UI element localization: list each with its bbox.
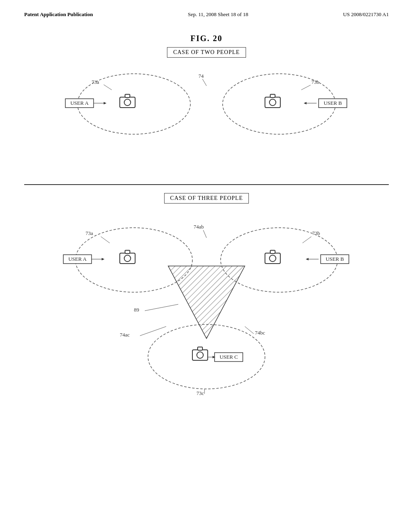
svg-line-54 — [302, 237, 311, 243]
header: Patent Application Publication Sep. 11, … — [0, 0, 413, 22]
svg-rect-33 — [270, 250, 275, 254]
svg-point-35 — [197, 352, 203, 358]
svg-point-32 — [269, 255, 276, 262]
svg-text:73b: 73b — [312, 230, 320, 236]
svg-rect-7 — [270, 94, 275, 98]
section-divider — [24, 184, 389, 185]
svg-point-3 — [124, 99, 131, 106]
case-two-people-label: CASE OF TWO PEOPLE — [167, 47, 246, 58]
page: Patent Application Publication Sep. 11, … — [0, 0, 413, 532]
svg-text:74ab: 74ab — [194, 224, 204, 230]
svg-text:73c: 73c — [196, 390, 204, 396]
svg-line-56 — [145, 304, 178, 311]
svg-rect-36 — [198, 347, 202, 350]
three-people-svg: USER A USER B USER C 73a 74ab — [41, 212, 372, 405]
svg-text:USER B: USER B — [325, 256, 344, 262]
svg-line-21 — [301, 85, 311, 90]
svg-point-29 — [124, 255, 131, 262]
svg-line-19 — [202, 79, 206, 86]
svg-line-58 — [140, 326, 166, 336]
case-two-people-wrapper: CASE OF TWO PEOPLE — [0, 47, 413, 58]
svg-text:89: 89 — [134, 307, 139, 313]
header-center: Sep. 11, 2008 Sheet 18 of 18 — [188, 11, 248, 18]
svg-text:74bc: 74bc — [255, 330, 265, 336]
svg-text:USER A: USER A — [70, 100, 89, 106]
svg-text:73a: 73a — [92, 79, 99, 85]
svg-line-52 — [203, 230, 206, 238]
bottom-diagram: CASE OF THREE PEOPLE — [0, 193, 413, 403]
svg-line-17 — [104, 85, 112, 90]
svg-marker-27 — [168, 266, 245, 339]
svg-rect-30 — [125, 250, 130, 254]
two-people-svg: USER A USER B 73a 74 73b — [41, 66, 372, 146]
case-three-people-label: CASE OF THREE PEOPLE — [164, 193, 249, 204]
svg-text:73b: 73b — [311, 79, 319, 85]
svg-line-60 — [245, 326, 254, 334]
header-right: US 2008/0221730 A1 — [343, 11, 389, 18]
header-left: Patent Application Publication — [24, 11, 93, 18]
svg-text:USER A: USER A — [68, 256, 87, 262]
svg-text:74ac: 74ac — [120, 332, 130, 338]
svg-point-6 — [269, 99, 276, 106]
svg-rect-4 — [125, 94, 130, 98]
svg-line-50 — [101, 237, 110, 243]
svg-marker-15 — [304, 102, 307, 104]
svg-marker-11 — [104, 102, 106, 104]
svg-text:74: 74 — [198, 73, 204, 79]
svg-text:USER B: USER B — [323, 100, 342, 106]
svg-marker-40 — [102, 258, 104, 260]
fig-title: FIG. 20 — [0, 34, 413, 43]
svg-marker-44 — [306, 258, 309, 260]
svg-text:USER C: USER C — [219, 354, 238, 360]
svg-text:73a: 73a — [86, 230, 93, 236]
top-diagram: CASE OF TWO PEOPLE — [0, 47, 413, 176]
case-three-people-wrapper: CASE OF THREE PEOPLE — [0, 193, 413, 204]
